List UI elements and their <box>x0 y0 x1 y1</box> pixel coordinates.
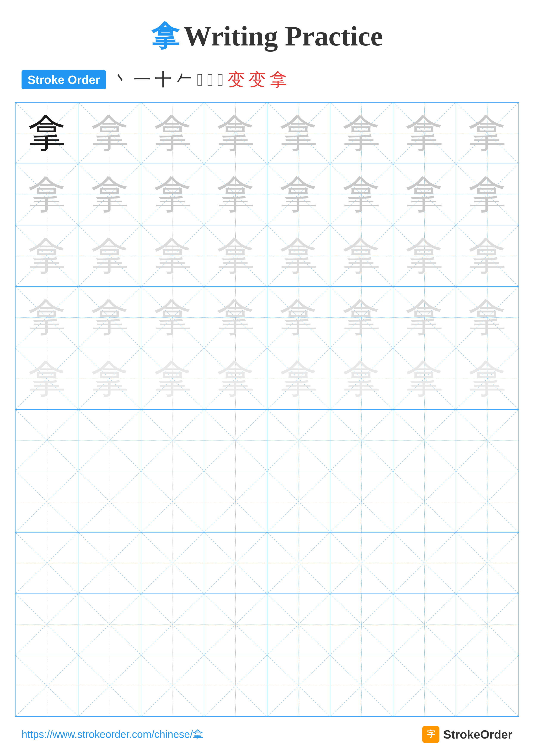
practice-cell[interactable]: 拿 <box>15 164 78 225</box>
practice-cell[interactable]: 拿 <box>141 102 204 164</box>
practice-cell[interactable]: 拿 <box>330 102 393 164</box>
practice-cell[interactable]: 拿 <box>15 102 78 164</box>
practice-cell[interactable]: 拿 <box>141 164 204 225</box>
table-row: 拿 拿 拿 拿 拿 拿 拿 拿 <box>15 348 519 410</box>
practice-cell[interactable]: 拿 <box>141 286 204 348</box>
practice-cell[interactable]: 拿 <box>267 348 330 410</box>
practice-cell-empty[interactable] <box>267 471 330 532</box>
practice-cell[interactable]: 拿 <box>78 286 141 348</box>
practice-cell-empty[interactable] <box>393 655 456 716</box>
footer-brand-name: StrokeOrder <box>443 728 513 741</box>
practice-cell-empty[interactable] <box>141 410 204 471</box>
practice-cell-empty[interactable] <box>456 471 519 532</box>
practice-cell-empty[interactable] <box>456 655 519 716</box>
practice-cell-empty[interactable] <box>204 594 267 655</box>
practice-cell-empty[interactable] <box>456 532 519 594</box>
practice-cell-empty[interactable] <box>78 594 141 655</box>
practice-cell[interactable]: 拿 <box>204 102 267 164</box>
practice-char: 拿 <box>468 174 506 215</box>
practice-cell[interactable]: 拿 <box>393 286 456 348</box>
practice-char: 拿 <box>405 235 443 277</box>
practice-cell-empty[interactable] <box>141 594 204 655</box>
practice-cell[interactable]: 拿 <box>393 348 456 410</box>
practice-cell-empty[interactable] <box>456 594 519 655</box>
practice-cell[interactable]: 拿 <box>204 286 267 348</box>
practice-cell-empty[interactable] <box>393 471 456 532</box>
practice-cell[interactable]: 拿 <box>267 286 330 348</box>
practice-cell[interactable]: 拿 <box>456 225 519 286</box>
practice-cell[interactable]: 拿 <box>456 348 519 410</box>
practice-cell-empty[interactable] <box>267 655 330 716</box>
practice-char: 拿 <box>154 235 191 277</box>
practice-cell[interactable]: 拿 <box>393 102 456 164</box>
practice-cell-empty[interactable] <box>78 410 141 471</box>
practice-cell-empty[interactable] <box>141 471 204 532</box>
practice-cell[interactable]: 拿 <box>393 225 456 286</box>
stroke-char-5: 𠂇 <box>197 70 203 90</box>
practice-cell[interactable]: 拿 <box>456 286 519 348</box>
practice-char: 拿 <box>154 174 191 215</box>
footer-url[interactable]: https://www.strokeorder.com/chinese/拿 <box>21 728 203 741</box>
practice-char: 拿 <box>28 358 66 399</box>
practice-char: 拿 <box>343 358 380 399</box>
practice-cell-empty[interactable] <box>267 532 330 594</box>
stroke-char-10: 拿 <box>270 68 287 92</box>
practice-cell[interactable]: 拿 <box>78 225 141 286</box>
practice-cell-empty[interactable] <box>78 655 141 716</box>
practice-cell[interactable]: 拿 <box>330 348 393 410</box>
practice-grid: 拿 拿 拿 <box>15 102 519 717</box>
practice-cell[interactable]: 拿 <box>204 348 267 410</box>
practice-cell[interactable]: 拿 <box>15 348 78 410</box>
practice-cell[interactable]: 拿 <box>267 102 330 164</box>
practice-cell-empty[interactable] <box>330 655 393 716</box>
practice-cell[interactable]: 拿 <box>456 164 519 225</box>
practice-cell-empty[interactable] <box>15 594 78 655</box>
practice-cell-empty[interactable] <box>204 471 267 532</box>
practice-cell[interactable]: 拿 <box>141 348 204 410</box>
table-row-empty <box>15 532 519 594</box>
practice-char: 拿 <box>91 174 129 215</box>
practice-cell-empty[interactable] <box>330 410 393 471</box>
practice-cell[interactable]: 拿 <box>393 164 456 225</box>
practice-cell-empty[interactable] <box>15 471 78 532</box>
practice-cell-empty[interactable] <box>78 532 141 594</box>
practice-cell-empty[interactable] <box>330 471 393 532</box>
practice-cell[interactable]: 拿 <box>267 164 330 225</box>
practice-cell[interactable]: 拿 <box>141 225 204 286</box>
practice-cell[interactable]: 拿 <box>456 102 519 164</box>
practice-cell-empty[interactable] <box>141 532 204 594</box>
practice-cell-empty[interactable] <box>15 532 78 594</box>
practice-cell[interactable]: 拿 <box>78 164 141 225</box>
practice-cell-empty[interactable] <box>267 410 330 471</box>
stroke-char-1: 丶 <box>113 68 130 92</box>
practice-cell-empty[interactable] <box>267 594 330 655</box>
practice-cell-empty[interactable] <box>204 655 267 716</box>
practice-cell-empty[interactable] <box>393 594 456 655</box>
practice-cell[interactable]: 拿 <box>15 225 78 286</box>
practice-cell[interactable]: 拿 <box>330 286 393 348</box>
practice-cell[interactable]: 拿 <box>78 102 141 164</box>
practice-cell-empty[interactable] <box>393 532 456 594</box>
practice-cell-empty[interactable] <box>204 532 267 594</box>
practice-cell-empty[interactable] <box>204 410 267 471</box>
practice-cell[interactable]: 拿 <box>204 225 267 286</box>
practice-char: 拿 <box>468 112 506 154</box>
practice-cell[interactable]: 拿 <box>267 225 330 286</box>
practice-cell-empty[interactable] <box>15 655 78 716</box>
stroke-char-8: 变 <box>227 68 245 92</box>
stroke-char-4: 𠂉 <box>176 70 193 90</box>
practice-cell-empty[interactable] <box>393 410 456 471</box>
practice-cell-empty[interactable] <box>330 532 393 594</box>
practice-cell-empty[interactable] <box>141 655 204 716</box>
practice-cell-empty[interactable] <box>78 471 141 532</box>
practice-cell[interactable]: 拿 <box>78 348 141 410</box>
practice-char: 拿 <box>91 235 129 277</box>
practice-cell[interactable]: 拿 <box>204 164 267 225</box>
practice-cell[interactable]: 拿 <box>330 164 393 225</box>
practice-cell-empty[interactable] <box>330 594 393 655</box>
stroke-char-2: 一 <box>134 68 151 92</box>
practice-cell[interactable]: 拿 <box>15 286 78 348</box>
practice-cell-empty[interactable] <box>15 410 78 471</box>
practice-cell-empty[interactable] <box>456 410 519 471</box>
practice-cell[interactable]: 拿 <box>330 225 393 286</box>
